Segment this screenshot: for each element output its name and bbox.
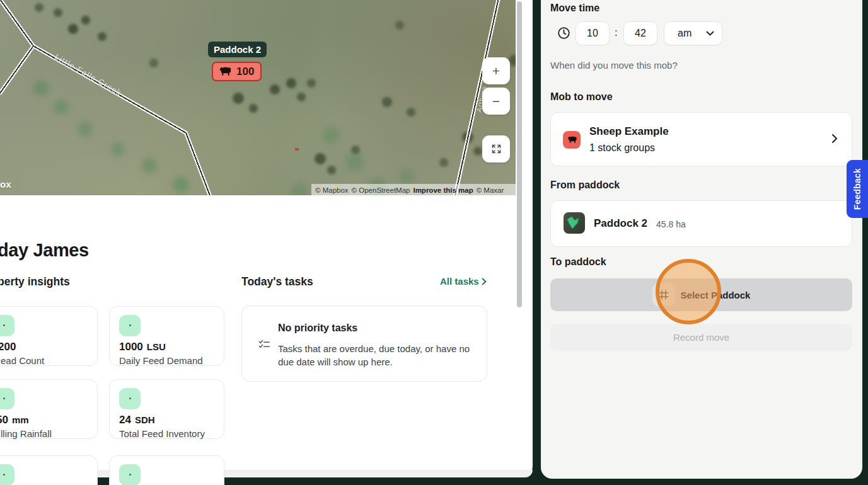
stat-icon: [119, 388, 141, 409]
map-attribution: © Mapbox © OpenStreetMap Improve this ma…: [311, 184, 516, 195]
zoom-out-button[interactable]: −: [482, 88, 510, 115]
dashboard-scrollbar[interactable]: [517, 1, 522, 307]
stat-card-partial[interactable]: [0, 455, 98, 485]
mob-name: Sheep Example: [589, 125, 669, 138]
minute-input[interactable]: [623, 21, 657, 45]
creek-label: Little Falls Creek: [54, 52, 173, 126]
stat-icon: [0, 464, 14, 485]
checklist-icon: [258, 340, 270, 350]
hour-input[interactable]: [576, 21, 610, 45]
stat-icon: [0, 388, 14, 409]
move-time-helper: When did you move this mob?: [550, 60, 678, 71]
feedback-label: Feedback: [852, 168, 862, 210]
attr-improve-link[interactable]: Improve this map: [413, 186, 473, 194]
farm-map[interactable]: Little Falls Creek Arthurs Rd ox Paddock…: [0, 0, 516, 195]
click-highlight: [656, 259, 721, 324]
expand-icon: [491, 144, 502, 154]
stat-card-head-count[interactable]: 200 ead Count: [0, 306, 98, 366]
feedback-tab[interactable]: Feedback: [847, 160, 868, 218]
mob-subtitle: 1 stock groups: [589, 142, 655, 154]
app-viewport: Little Falls Creek Arthurs Rd ox Paddock…: [0, 0, 868, 485]
attr-mapbox[interactable]: © Mapbox: [315, 186, 349, 194]
stat-label: ead Count: [1, 355, 88, 366]
time-colon: :: [615, 27, 617, 38]
from-paddock-area: 45.8 ha: [656, 219, 686, 229]
record-move-button[interactable]: Record move: [550, 324, 852, 351]
from-paddock-heading: From paddock: [550, 180, 620, 191]
stat-icon: [119, 315, 141, 336]
stat-value: 24: [119, 414, 131, 426]
greeting-title: day James: [0, 240, 89, 261]
stat-label: Total Feed Inventory: [119, 428, 214, 439]
stat-value: 50: [0, 414, 8, 426]
mob-card[interactable]: Sheep Example 1 stock groups: [550, 112, 852, 166]
sheep-icon: [218, 67, 232, 76]
paddock-map-label: Paddock 2: [208, 42, 267, 57]
paddock-boundary-line: [0, 0, 35, 48]
stat-card-partial[interactable]: [109, 455, 224, 485]
from-paddock-name: Paddock 2: [594, 217, 647, 230]
mob-map-marker[interactable]: 100: [212, 62, 262, 81]
attr-maxar[interactable]: © Maxar: [477, 186, 504, 194]
empty-tasks-body: Tasks that are overdue, due today, or ha…: [278, 342, 473, 369]
all-tasks-link[interactable]: All tasks: [440, 276, 487, 287]
stat-icon: [119, 464, 141, 485]
mob-to-move-heading: Mob to move: [550, 91, 613, 103]
paddock-thumbnail: [564, 212, 585, 234]
clock-icon: [557, 26, 570, 40]
stat-unit: SDH: [135, 414, 155, 425]
stat-card-feed-inventory[interactable]: 24SDH Total Feed Inventory: [109, 379, 224, 439]
chevron-right-icon: [831, 134, 838, 144]
fullscreen-button[interactable]: [482, 135, 510, 163]
no-priority-tasks-card: No priority tasks Tasks that are overdue…: [241, 305, 487, 382]
paddock-boundary-line: [184, 132, 212, 195]
stat-label: lling Rainfall: [1, 428, 88, 439]
chevron-right-icon: [482, 278, 487, 285]
stat-card-feed-demand[interactable]: 1000LSU Daily Feed Demand: [109, 306, 224, 366]
stat-unit: mm: [12, 414, 29, 425]
empty-tasks-title: No priority tasks: [278, 322, 357, 334]
paddock-boundary-line: [0, 45, 35, 94]
attr-osm[interactable]: © OpenStreetMap: [352, 186, 410, 194]
tasks-section-title: Today's tasks: [241, 275, 313, 288]
move-time-heading: Move time: [550, 3, 599, 14]
stat-value: 1000: [119, 341, 143, 353]
sheep-icon: [563, 131, 581, 149]
meridiem-value: am: [678, 28, 692, 39]
to-paddock-heading: To paddock: [550, 256, 606, 268]
stat-unit: LSU: [147, 341, 166, 352]
insights-section-title: perty insights: [0, 275, 70, 288]
mapbox-logo-fragment: ox: [0, 179, 11, 190]
all-tasks-label: All tasks: [440, 276, 479, 287]
stat-icon: [0, 315, 14, 336]
from-paddock-card[interactable]: Paddock 2 45.8 ha: [550, 200, 852, 247]
chevron-down-icon: [706, 31, 714, 36]
zoom-in-button[interactable]: +: [482, 57, 510, 84]
meridiem-select[interactable]: am: [664, 21, 722, 45]
stat-card-rainfall[interactable]: 50mm lling Rainfall: [0, 379, 98, 439]
mob-count: 100: [236, 66, 254, 78]
stat-label: Daily Feed Demand: [119, 355, 214, 366]
map-red-mark: [295, 148, 299, 151]
stat-value: 200: [0, 341, 16, 353]
